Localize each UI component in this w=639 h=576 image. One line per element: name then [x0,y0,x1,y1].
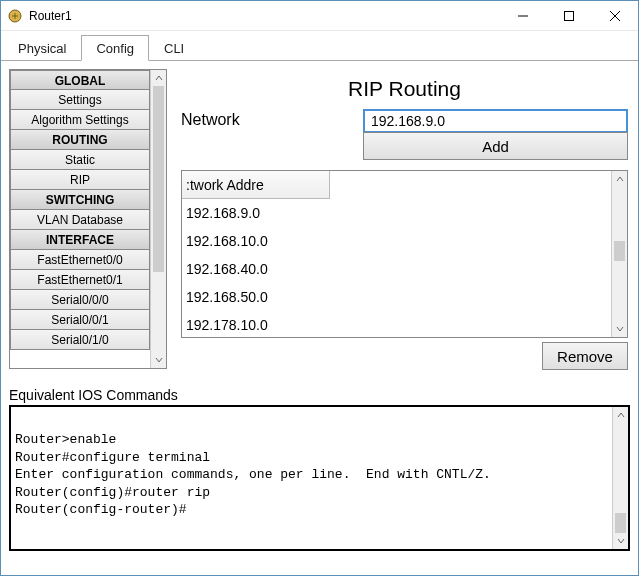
window-title: Router1 [29,9,500,23]
list-scrollbar[interactable] [611,171,627,337]
network-input[interactable] [363,109,628,133]
tabbar: Physical Config CLI [1,33,638,61]
ios-commands-text[interactable]: Router>enable Router#configure terminal … [11,407,612,549]
sidebar-item-vlan-database[interactable]: VLAN Database [10,210,150,230]
tab-physical[interactable]: Physical [3,35,81,61]
sidebar-item-s000[interactable]: Serial0/0/0 [10,290,150,310]
scroll-thumb[interactable] [153,86,164,272]
list-item[interactable]: 192.168.40.0 [182,255,611,283]
list-column-header[interactable]: :twork Addre [182,171,330,199]
sidebar-item-settings[interactable]: Settings [10,90,150,110]
svg-rect-2 [565,11,574,20]
list-item[interactable]: 192.168.50.0 [182,283,611,311]
list-item[interactable]: 192.168.10.0 [182,227,611,255]
minimize-button[interactable] [500,1,546,30]
close-button[interactable] [592,1,638,30]
scroll-down-icon[interactable] [151,352,166,368]
sidebar-header-routing: ROUTING [10,130,150,150]
tab-config[interactable]: Config [81,35,149,61]
ios-commands-box: Router>enable Router#configure terminal … [9,405,630,551]
main-panel: RIP Routing Network Add :twork Addre 192… [167,67,632,377]
scroll-up-icon[interactable] [612,171,627,187]
scroll-down-icon[interactable] [613,533,628,549]
sidebar-header-global: GLOBAL [10,70,150,90]
sidebar-scrollbar[interactable] [150,70,166,368]
sidebar-item-rip[interactable]: RIP [10,170,150,190]
scroll-thumb[interactable] [614,241,625,261]
sidebar-item-static[interactable]: Static [10,150,150,170]
scroll-up-icon[interactable] [151,70,166,86]
sidebar: GLOBAL Settings Algorithm Settings ROUTI… [9,69,167,369]
scroll-thumb[interactable] [615,513,626,533]
page-title: RIP Routing [181,77,628,101]
ios-scrollbar[interactable] [612,407,628,549]
remove-button[interactable]: Remove [542,342,628,370]
add-button[interactable]: Add [363,132,628,160]
sidebar-item-fe01[interactable]: FastEthernet0/1 [10,270,150,290]
maximize-button[interactable] [546,1,592,30]
sidebar-item-s001[interactable]: Serial0/0/1 [10,310,150,330]
sidebar-header-interface: INTERFACE [10,230,150,250]
list-item[interactable]: 192.168.9.0 [182,199,611,227]
sidebar-header-switching: SWITCHING [10,190,150,210]
scroll-up-icon[interactable] [613,407,628,423]
ios-commands-label: Equivalent IOS Commands [9,387,632,403]
scroll-down-icon[interactable] [612,321,627,337]
network-list: :twork Addre 192.168.9.0 192.168.10.0 19… [181,170,628,338]
sidebar-item-algorithm-settings[interactable]: Algorithm Settings [10,110,150,130]
sidebar-item-s010[interactable]: Serial0/1/0 [10,330,150,350]
app-icon [7,8,23,24]
sidebar-item-fe00[interactable]: FastEthernet0/0 [10,250,150,270]
titlebar: Router1 [1,1,638,31]
list-item[interactable]: 192.178.10.0 [182,311,611,337]
tab-cli[interactable]: CLI [149,35,199,61]
window-controls [500,1,638,30]
network-label: Network [181,109,363,129]
